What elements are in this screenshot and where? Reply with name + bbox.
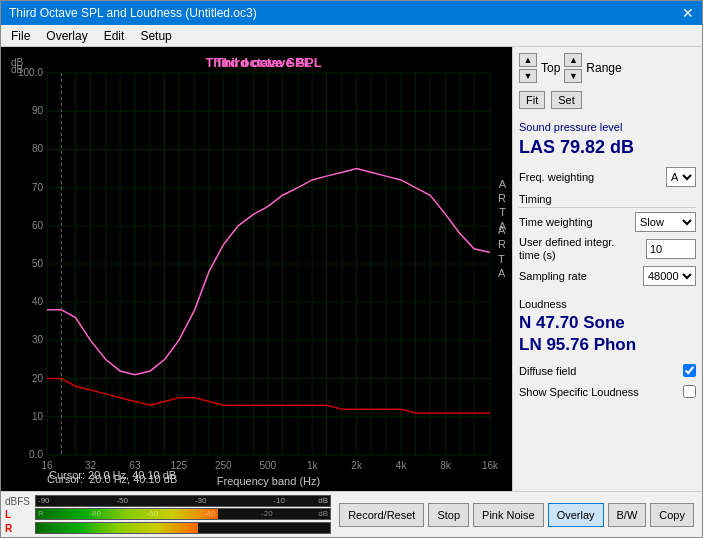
sampling-rate-label: Sampling rate xyxy=(519,270,587,282)
buttons-area: Record/Reset Stop Pink Noise Overlay B/W… xyxy=(335,499,702,531)
range-down-button[interactable]: ▼ xyxy=(564,69,582,83)
chart-area: Third octave SPL dB ARTA Cursor: 20.0 Hz… xyxy=(1,47,512,491)
time-weighting-select[interactable]: Slow Fast Impulse User xyxy=(635,212,696,232)
time-weighting-label: Time weighting xyxy=(519,216,593,228)
meter-r-label: R xyxy=(5,523,33,534)
top-down-button[interactable]: ▼ xyxy=(519,69,537,83)
stop-button[interactable]: Stop xyxy=(428,503,469,527)
sampling-rate-select[interactable]: 44100 48000 96000 xyxy=(643,266,696,286)
menu-overlay[interactable]: Overlay xyxy=(40,27,93,45)
bw-button[interactable]: B/W xyxy=(608,503,647,527)
loudness-header: Loudness xyxy=(519,298,696,310)
menu-setup[interactable]: Setup xyxy=(134,27,177,45)
diffuse-field-checkbox[interactable] xyxy=(683,364,696,377)
show-specific-label: Show Specific Loudness xyxy=(519,386,639,398)
range-nav-group: ▲ ▼ xyxy=(564,53,582,83)
user-integr-row: User defined integr. time (s) xyxy=(519,236,696,262)
top-range-controls: ▲ ▼ Top ▲ ▼ Range xyxy=(519,53,696,83)
cursor-info: Cursor: 20.0 Hz, 40.10 dB xyxy=(49,469,176,481)
show-specific-checkbox[interactable] xyxy=(683,385,696,398)
record-reset-button[interactable]: Record/Reset xyxy=(339,503,424,527)
freq-weighting-label: Freq. weighting xyxy=(519,171,594,183)
time-weighting-row: Time weighting Slow Fast Impulse User xyxy=(519,212,696,232)
level-meter-area: dBFS -90 -50 -30 -10 dB L xyxy=(1,493,335,536)
loudness-value-2: LN 95.76 Phon xyxy=(519,334,696,356)
diffuse-field-row: Diffuse field xyxy=(519,364,696,377)
top-up-button[interactable]: ▲ xyxy=(519,53,537,67)
right-panel: ▲ ▼ Top ▲ ▼ Range Fit Set Sound pressure… xyxy=(512,47,702,491)
timing-section: Timing Time weighting Slow Fast Impulse … xyxy=(519,193,696,290)
set-button[interactable]: Set xyxy=(551,91,582,109)
freq-weighting-select[interactable]: A B C Z xyxy=(666,167,696,187)
fit-button[interactable]: Fit xyxy=(519,91,545,109)
freq-weighting-row: Freq. weighting A B C Z xyxy=(519,167,696,187)
menu-edit[interactable]: Edit xyxy=(98,27,131,45)
spectrum-chart xyxy=(9,51,508,487)
top-nav-group: ▲ ▼ xyxy=(519,53,537,83)
spl-value: LAS 79.82 dB xyxy=(519,137,696,159)
dbfs-label: dBFS xyxy=(5,496,33,507)
top-label: Top xyxy=(541,61,560,75)
user-integr-label: User defined integr. time (s) xyxy=(519,236,619,262)
show-specific-row: Show Specific Loudness xyxy=(519,385,696,398)
window-title: Third Octave SPL and Loudness (Untitled.… xyxy=(9,6,257,20)
loudness-value-1: N 47.70 Sone xyxy=(519,312,696,334)
range-up-button[interactable]: ▲ xyxy=(564,53,582,67)
loudness-section: Loudness N 47.70 Sone LN 95.76 Phon xyxy=(519,298,696,356)
user-integr-input[interactable] xyxy=(646,239,696,259)
db-axis-label: dB xyxy=(11,57,23,68)
pink-noise-button[interactable]: Pink Noise xyxy=(473,503,544,527)
close-button[interactable]: ✕ xyxy=(682,5,694,21)
diffuse-field-label: Diffuse field xyxy=(519,365,576,377)
menu-file[interactable]: File xyxy=(5,27,36,45)
menu-bar: File Overlay Edit Setup xyxy=(1,25,702,47)
timing-header: Timing xyxy=(519,193,696,208)
main-content: Third octave SPL dB ARTA Cursor: 20.0 Hz… xyxy=(1,47,702,491)
spl-section-label: Sound pressure level xyxy=(519,121,696,133)
meter-l-label: L xyxy=(5,509,33,520)
copy-button[interactable]: Copy xyxy=(650,503,694,527)
chart-container: Third octave SPL dB ARTA Cursor: 20.0 Hz… xyxy=(9,51,508,487)
main-window: Third Octave SPL and Loudness (Untitled.… xyxy=(0,0,703,538)
range-label: Range xyxy=(586,61,621,75)
sampling-rate-row: Sampling rate 44100 48000 96000 xyxy=(519,266,696,286)
overlay-button[interactable]: Overlay xyxy=(548,503,604,527)
title-bar: Third Octave SPL and Loudness (Untitled.… xyxy=(1,1,702,25)
bottom-area: dBFS -90 -50 -30 -10 dB L xyxy=(1,491,702,537)
